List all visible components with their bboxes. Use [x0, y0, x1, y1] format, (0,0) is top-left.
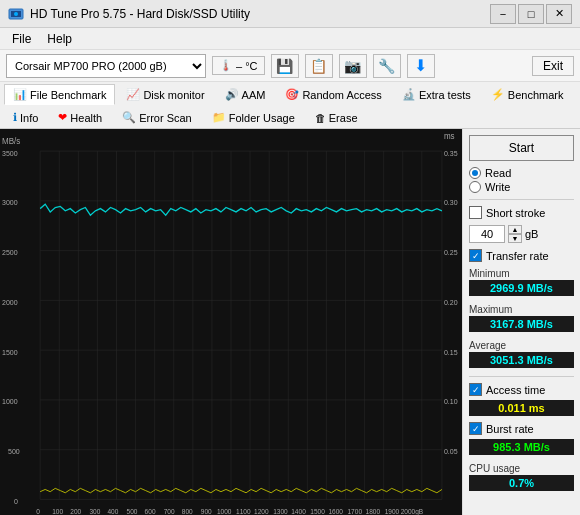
spin-input[interactable] — [469, 225, 505, 243]
spin-up-button[interactable]: ▲ — [508, 225, 522, 234]
tab-info[interactable]: ℹ Info — [4, 107, 47, 128]
tab-error-scan-label: Error Scan — [139, 112, 192, 124]
maximize-button[interactable]: □ — [518, 4, 544, 24]
burst-rate-label: Burst rate — [486, 423, 534, 435]
exit-button[interactable]: Exit — [532, 56, 574, 76]
main-content: MB/s 3500 3000 2500 2000 1500 1000 500 0… — [0, 129, 580, 515]
tab-erase-label: Erase — [329, 112, 358, 124]
access-time-checkbox[interactable]: ✓ Access time — [469, 383, 574, 396]
error-scan-icon: 🔍 — [122, 111, 136, 124]
minimum-label: Minimum — [469, 268, 574, 279]
tab-folder-usage-label: Folder Usage — [229, 112, 295, 124]
tab-health-label: Health — [70, 112, 102, 124]
tab-error-scan[interactable]: 🔍 Error Scan — [113, 107, 201, 128]
svg-text:900: 900 — [201, 508, 212, 515]
svg-text:0.05: 0.05 — [444, 447, 458, 456]
cpu-usage-stat: CPU usage 0.7% — [469, 463, 574, 493]
write-radio[interactable]: Write — [469, 181, 574, 193]
transfer-rate-checkbox[interactable]: ✓ Transfer rate — [469, 249, 574, 262]
extra-tests-icon: 🔬 — [402, 88, 416, 101]
toolbar-btn-5[interactable]: ⬇ — [407, 54, 435, 78]
svg-text:0.10: 0.10 — [444, 397, 458, 406]
aam-icon: 🔊 — [225, 88, 239, 101]
tab-file-benchmark-label: File Benchmark — [30, 89, 106, 101]
menu-file[interactable]: File — [4, 30, 39, 48]
access-time-indicator: ✓ — [469, 383, 482, 396]
spin-unit-label: gB — [525, 228, 538, 240]
svg-text:MB/s: MB/s — [2, 136, 20, 146]
toolbar-btn-4[interactable]: 🔧 — [373, 54, 401, 78]
svg-text:2000gB: 2000gB — [401, 508, 424, 515]
tab-benchmark[interactable]: ⚡ Benchmark — [482, 84, 573, 105]
window-controls: − □ ✕ — [490, 4, 572, 24]
average-label: Average — [469, 340, 574, 351]
toolbar: Corsair MP700 PRO (2000 gB) 🌡️ – °C 💾 📋 … — [0, 50, 580, 82]
tab-disk-monitor[interactable]: 📈 Disk monitor — [117, 84, 213, 105]
toolbar-btn-1[interactable]: 💾 — [271, 54, 299, 78]
tab-erase[interactable]: 🗑 Erase — [306, 107, 367, 128]
app-icon — [8, 6, 24, 22]
access-time-value: 0.011 ms — [469, 400, 574, 416]
transfer-rate-indicator: ✓ — [469, 249, 482, 262]
svg-text:0: 0 — [14, 497, 18, 506]
toolbar-btn-3[interactable]: 📷 — [339, 54, 367, 78]
toolbar-btn-2[interactable]: 📋 — [305, 54, 333, 78]
short-stroke-label: Short stroke — [486, 207, 545, 219]
svg-text:1900: 1900 — [385, 508, 400, 515]
tab-extra-tests-label: Extra tests — [419, 89, 471, 101]
short-stroke-indicator — [469, 206, 482, 219]
svg-text:0.15: 0.15 — [444, 347, 458, 356]
tab-aam[interactable]: 🔊 AAM — [216, 84, 275, 105]
svg-text:0.20: 0.20 — [444, 297, 458, 306]
access-time-label: Access time — [486, 384, 545, 396]
cpu-usage-value: 0.7% — [469, 475, 574, 491]
file-benchmark-icon: 📊 — [13, 88, 27, 101]
right-panel: Start Read Write Short stroke ▲ ▼ gB — [462, 129, 580, 515]
divider-1 — [469, 199, 574, 200]
thermometer-icon: 🌡️ — [219, 59, 233, 72]
svg-text:1400: 1400 — [291, 508, 306, 515]
menu-help[interactable]: Help — [39, 30, 80, 48]
tab-random-access[interactable]: 🎯 Random Access — [276, 84, 390, 105]
short-stroke-checkbox[interactable]: Short stroke — [469, 206, 574, 219]
window-title: HD Tune Pro 5.75 - Hard Disk/SSD Utility — [30, 7, 490, 21]
spin-control-row: ▲ ▼ gB — [469, 225, 574, 243]
start-button[interactable]: Start — [469, 135, 574, 161]
benchmark-icon: ⚡ — [491, 88, 505, 101]
tab-health[interactable]: ❤ Health — [49, 107, 111, 128]
tab-folder-usage[interactable]: 📁 Folder Usage — [203, 107, 304, 128]
svg-text:1500: 1500 — [310, 508, 325, 515]
svg-text:500: 500 — [127, 508, 138, 515]
nav-tabs: 📊 File Benchmark 📈 Disk monitor 🔊 AAM 🎯 … — [0, 82, 580, 129]
close-button[interactable]: ✕ — [546, 4, 572, 24]
tab-info-label: Info — [20, 112, 38, 124]
minimize-button[interactable]: − — [490, 4, 516, 24]
random-access-icon: 🎯 — [285, 88, 299, 101]
read-radio-indicator — [469, 167, 481, 179]
maximum-value: 3167.8 MB/s — [469, 316, 574, 332]
divider-2 — [469, 376, 574, 377]
svg-text:0: 0 — [36, 508, 40, 515]
svg-text:1000: 1000 — [217, 508, 232, 515]
burst-rate-checkbox[interactable]: ✓ Burst rate — [469, 422, 574, 435]
tab-random-access-label: Random Access — [302, 89, 381, 101]
minimum-stat: Minimum 2969.9 MB/s — [469, 268, 574, 298]
burst-rate-indicator: ✓ — [469, 422, 482, 435]
write-radio-indicator — [469, 181, 481, 193]
drive-select[interactable]: Corsair MP700 PRO (2000 gB) — [6, 54, 206, 78]
svg-text:100: 100 — [52, 508, 63, 515]
read-radio[interactable]: Read — [469, 167, 574, 179]
title-bar: HD Tune Pro 5.75 - Hard Disk/SSD Utility… — [0, 0, 580, 28]
svg-text:400: 400 — [107, 508, 118, 515]
spin-down-button[interactable]: ▼ — [508, 234, 522, 243]
temperature-value: – °C — [236, 60, 258, 72]
chart-area: MB/s 3500 3000 2500 2000 1500 1000 500 0… — [0, 129, 462, 515]
svg-text:0.30: 0.30 — [444, 198, 458, 207]
svg-text:1200: 1200 — [254, 508, 269, 515]
svg-text:1500: 1500 — [2, 347, 18, 356]
tab-extra-tests[interactable]: 🔬 Extra tests — [393, 84, 480, 105]
health-icon: ❤ — [58, 111, 67, 124]
tab-file-benchmark[interactable]: 📊 File Benchmark — [4, 84, 115, 105]
svg-text:1600: 1600 — [328, 508, 343, 515]
benchmark-chart: MB/s 3500 3000 2500 2000 1500 1000 500 0… — [0, 129, 462, 515]
